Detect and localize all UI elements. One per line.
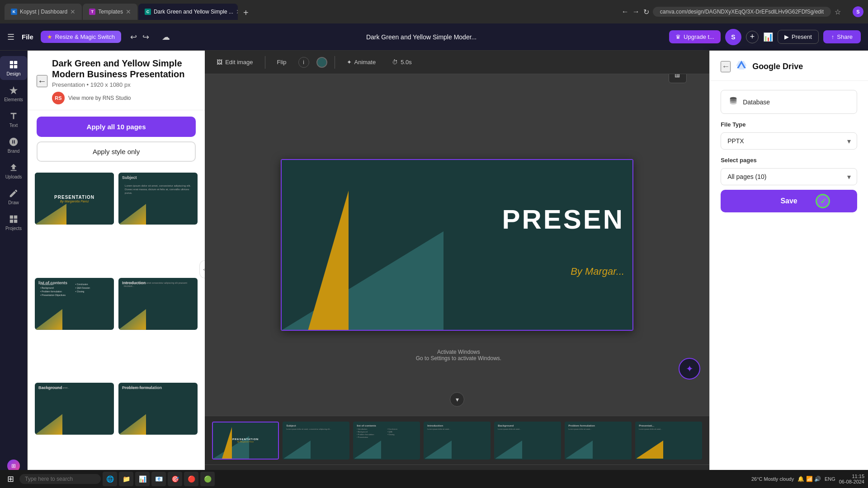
add-collaborator-button[interactable]: + <box>746 31 759 43</box>
info-button[interactable]: i <box>298 57 309 68</box>
analytics-button[interactable]: 📊 <box>763 32 773 42</box>
gdrive-db-section: Database File Type PPTX ▾ Select pages A… <box>710 81 868 221</box>
duration-button[interactable]: ⏱ 5.0s <box>387 56 416 68</box>
save-cloud-button[interactable]: ☁ <box>158 30 174 44</box>
thumb-triangle-5 <box>35 414 62 435</box>
magic-switch-button[interactable]: ★ Resize & Magic Switch <box>41 31 121 43</box>
user-avatar[interactable]: S <box>725 29 741 45</box>
gdrive-database[interactable]: Database <box>721 90 857 114</box>
taskbar-app-4[interactable]: 📧 <box>151 472 166 486</box>
tab-kopyst[interactable]: K Kopyst | Dashboard ✕ <box>5 4 82 20</box>
file-type-select[interactable]: PPTX <box>721 132 857 150</box>
author-name[interactable]: View more by RNS Studio <box>68 95 131 101</box>
back-button[interactable]: ← <box>37 75 47 87</box>
color-picker[interactable] <box>316 57 327 68</box>
nav-forward[interactable]: → <box>632 8 640 16</box>
fs1-sub: By Margareita Parez <box>237 441 254 443</box>
file-menu[interactable]: File <box>22 33 33 41</box>
document-title[interactable]: Dark Green and Yellow Simple Moder... <box>181 33 662 41</box>
template-author: RS View more by RNS Studio <box>52 92 196 104</box>
new-tab-button[interactable]: + <box>239 6 253 20</box>
taskbar-explorer[interactable]: 📁 <box>119 472 133 486</box>
filmstrip-item-3[interactable]: list of contents • Introduction• Backgro… <box>353 422 420 460</box>
bookmark-icon[interactable]: ☆ <box>835 8 841 16</box>
taskbar-browser[interactable]: 🌐 <box>103 472 117 486</box>
filmstrip-item-2[interactable]: Subject Lorem ipsum dolor sit amet, cons… <box>283 422 349 460</box>
filmstrip-item-1[interactable]: PRESENTATION By Margareita Parez 1 <box>212 422 279 460</box>
tab-canva[interactable]: C Dark Green and Yellow Simple ... ✕ <box>138 4 238 20</box>
template-thumbnails: PRESENTATION By Margareita Parez Subject… <box>28 168 205 488</box>
tab-close-templates[interactable]: ✕ <box>126 8 131 15</box>
animate-button[interactable]: ✦ Animate <box>342 56 381 68</box>
taskbar-search[interactable] <box>19 474 101 484</box>
address-bar[interactable]: canva.com/design/DAGNDXyXEqQ/3X-DrEFsdlL… <box>653 7 831 17</box>
thumbnail-3[interactable]: list of contents • Introduction• Backgro… <box>35 278 114 330</box>
flip-button[interactable]: Flip <box>273 56 291 68</box>
sidebar-item-projects[interactable]: Projects <box>0 211 27 235</box>
canvas-content[interactable]: PRESEN By Margar... 🗑 ▾ ✦ Activate Windo… <box>205 74 709 416</box>
magic-assistant-button[interactable]: ✦ <box>679 358 700 380</box>
fs4-body: Lorem ipsum dolor sit amet... <box>427 428 487 431</box>
filmstrip-item-7[interactable]: Presentati... Lorem ipsum dolor sit amet… <box>635 422 702 460</box>
apply-all-button[interactable]: Apply all 10 pages <box>37 117 196 137</box>
redo-button[interactable]: ↪ <box>141 30 151 44</box>
delete-slide-button[interactable]: 🗑 <box>669 74 687 83</box>
edit-image-button[interactable]: 🖼 Edit image <box>212 56 257 68</box>
taskbar-right: 26°C Mostly cloudy 🔔 📶 🔊 ENG 11:15 06-08… <box>751 474 864 484</box>
select-pages-select[interactable]: All pages (10) <box>721 168 857 185</box>
filmstrip: PRESENTATION By Margareita Parez 1 Subje… <box>205 416 709 465</box>
thumb-accent-1 <box>35 204 66 225</box>
thumb-label-6: Problem formulation <box>122 385 162 390</box>
fs6-triangle <box>566 441 593 459</box>
taskbar-app-6[interactable]: 🔴 <box>184 472 198 486</box>
slide-author: By Margar... <box>571 266 624 277</box>
hide-panel-button[interactable]: ◁ <box>199 260 205 278</box>
thumbnail-1[interactable]: PRESENTATION By Margareita Parez <box>35 173 114 225</box>
sidebar-item-brand[interactable]: Brand <box>0 133 27 157</box>
fs4-triangle <box>425 441 452 459</box>
filmstrip-item-6[interactable]: Problem formulation Lorem ipsum dolor si… <box>565 422 632 460</box>
fs5-body: Lorem ipsum dolor sit amet... <box>498 428 557 431</box>
thumbnail-4[interactable]: Introduction Lorem ipsum dolor sit amet … <box>118 278 198 330</box>
sidebar-item-uploads[interactable]: Uploads <box>0 159 27 183</box>
present-button[interactable]: ▶ Present <box>778 30 819 44</box>
taskbar-language: ENG <box>825 476 835 482</box>
sidebar-item-elements[interactable]: Elements <box>0 82 27 106</box>
thumbnail-2[interactable]: Subject Lorem ipsum dolor sit amet, cons… <box>118 173 198 225</box>
hamburger-menu[interactable]: ☰ <box>7 32 14 42</box>
nav-back[interactable]: ← <box>622 8 629 16</box>
share-button[interactable]: ↑ Share <box>823 30 861 43</box>
present-icon: ▶ <box>784 33 789 40</box>
undo-button[interactable]: ↩ <box>128 30 139 44</box>
taskbar-app-5[interactable]: 🎯 <box>168 472 182 486</box>
thumb-label-4: Introduction <box>122 281 146 285</box>
start-button[interactable]: ⊞ <box>4 472 18 486</box>
slide-preview: PRESEN By Margar... <box>281 159 633 331</box>
user-profile-icon[interactable]: S <box>853 6 863 17</box>
taskbar-app-7[interactable]: 🟢 <box>200 472 215 486</box>
apply-style-button[interactable]: Apply style only <box>37 141 196 162</box>
gdrive-back-button[interactable]: ← <box>721 61 731 72</box>
thumbnail-5[interactable]: Background Lorem ipsum dolor sit amet... <box>35 383 114 435</box>
sidebar-item-design[interactable]: Design <box>0 56 27 80</box>
svg-rect-3 <box>14 65 17 68</box>
fs3-label: list of contents <box>357 424 416 427</box>
upgrade-button[interactable]: ♛ Upgrade t... <box>669 30 721 43</box>
thumb-label-2: Subject <box>122 175 137 180</box>
filmstrip-item-5[interactable]: Background Lorem ipsum dolor sit amet...… <box>494 422 561 460</box>
sidebar-label-uploads: Uploads <box>5 174 22 179</box>
tab-close-kopyst[interactable]: ✕ <box>70 8 75 15</box>
edit-icon: 🖼 <box>217 59 222 66</box>
nav-refresh[interactable]: ↻ <box>643 8 649 16</box>
filmstrip-item-4[interactable]: Introduction Lorem ipsum dolor sit amet.… <box>424 422 491 460</box>
thumbnail-6[interactable]: Problem formulation Lorem ipsum dolor si… <box>118 383 198 435</box>
gdrive-header: ← Google Drive <box>710 51 868 81</box>
tab-close-canva[interactable]: ✕ <box>236 8 238 15</box>
taskbar-app-3[interactable]: 📊 <box>135 472 150 486</box>
sidebar-item-draw[interactable]: Draw <box>0 185 27 209</box>
sidebar-item-text[interactable]: Text <box>0 108 27 131</box>
save-button[interactable]: Save ✓ <box>721 190 857 212</box>
tab-templates[interactable]: T Templates ✕ <box>83 4 137 20</box>
thumb-triangle-4 <box>118 309 146 330</box>
collapse-filmstrip-button[interactable]: ▾ <box>450 392 464 407</box>
